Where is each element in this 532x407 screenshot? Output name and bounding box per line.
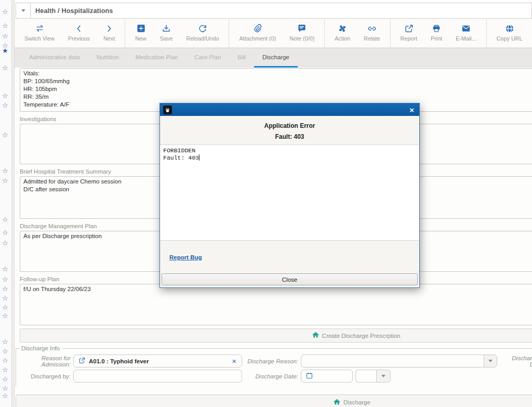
favorite-star-icon[interactable]: ☆ [2, 102, 8, 109]
save-button[interactable]: Save [153, 19, 180, 47]
discharge-dx-label: Discharge Dx: [501, 355, 532, 367]
dropdown-button[interactable] [376, 370, 391, 383]
close-button[interactable]: Close [162, 273, 418, 285]
error-detail-text[interactable]: FORBIDDEN Fault: 403 [160, 145, 419, 241]
globe-icon [504, 23, 515, 34]
reload-undo-button[interactable]: Reload/Undo [179, 19, 225, 47]
tab-discharge[interactable]: Discharge [254, 48, 298, 68]
title-row: Health / Hospitalizations [16, 3, 532, 19]
favorite-star-icon[interactable]: ☆ [2, 357, 8, 364]
new-button[interactable]: New [128, 19, 153, 47]
email-button[interactable]: E-Mail... [449, 19, 483, 47]
toolbar-group-output: Report Print E-Mail... [390, 19, 486, 47]
favorite-star-icon[interactable]: ☆ [2, 216, 8, 223]
toolbar: Switch View Previous Next New Save Reloa… [15, 19, 532, 48]
previous-button[interactable]: Previous [61, 19, 97, 47]
favorite-star-icon[interactable]: ☆ [2, 338, 8, 345]
favorite-star-icon[interactable]: ☆ [2, 266, 8, 272]
relate-button[interactable]: Relate [357, 19, 387, 47]
title-dropdown-button[interactable] [16, 3, 31, 18]
favorite-star-icon[interactable]: ☆ [2, 177, 8, 184]
dropdown-button[interactable] [484, 355, 497, 367]
paperclip-icon [252, 23, 263, 34]
print-button[interactable]: Print [424, 19, 449, 47]
chevron-right-icon [104, 23, 114, 34]
favorite-star-icon[interactable]: ★ [2, 47, 8, 54]
favorite-star-icon[interactable]: ☆ [2, 285, 8, 292]
favorite-star-icon[interactable]: ☆ [2, 167, 8, 174]
create-discharge-prescription-button[interactable]: Create Discharge Prescrption [20, 329, 532, 343]
error-heading: Application Error [160, 121, 419, 132]
envelope-icon [461, 23, 471, 34]
house-icon [312, 331, 320, 340]
discharge-info-row-2: Discharged by: Discharge Date: [20, 370, 532, 383]
export-square-icon [404, 23, 414, 34]
discharge-date-label: Discharge Date: [247, 373, 298, 379]
discharge-time-dropdown[interactable] [355, 370, 391, 383]
favorite-star-icon[interactable]: ☆ [2, 22, 8, 29]
button-label: Action [335, 35, 350, 42]
follow-up-plan-textarea[interactable]: f/U on Thursday 22/06/23 [20, 284, 532, 325]
calendar-icon[interactable] [305, 372, 313, 380]
favorite-star-icon[interactable]: ☆ [2, 93, 8, 99]
favorite-star-icon[interactable]: ☆ [2, 366, 8, 373]
button-label: Print [431, 35, 442, 42]
open-record-icon[interactable] [78, 357, 86, 365]
favorite-star-icon[interactable]: ☆ [2, 385, 8, 392]
report-button[interactable]: Report [394, 19, 424, 47]
favorite-star-icon[interactable]: ☆ [2, 392, 8, 399]
discharge-button[interactable]: Discharge [16, 395, 532, 407]
favorite-star-icon[interactable]: ☆ [2, 33, 8, 40]
tab-care-plan[interactable]: Care Plan [186, 48, 229, 68]
reason-for-admission-input[interactable]: A01.0 : Typhoid fever × [73, 355, 242, 367]
favorite-star-icon[interactable]: ☆ [2, 64, 8, 71]
attachment-button[interactable]: Attachment (0) [232, 19, 283, 47]
favorite-star-icon[interactable]: ☆ [2, 240, 8, 246]
discharged-by-input[interactable] [73, 370, 242, 383]
button-label: Attachment (0) [239, 35, 276, 42]
discharge-reason-label: Discharge Reason: [247, 358, 298, 364]
discharge-reason-dropdown[interactable] [301, 355, 497, 367]
action-button[interactable]: Action [328, 19, 357, 47]
favorite-star-icon[interactable]: ☆ [2, 295, 8, 301]
favorite-star-icon[interactable]: ☆ [2, 304, 8, 311]
reason-for-admission-label: Reason for Admission: [20, 355, 71, 367]
button-label: Note (0/0) [289, 35, 314, 42]
discharge-time-value[interactable] [355, 370, 376, 383]
dialog-title-bar[interactable]: × [160, 103, 419, 116]
favorite-star-icon[interactable]: ☆ [2, 348, 8, 355]
report-bug-link[interactable]: Report Bug [169, 254, 202, 260]
discharge-button-label: Discharge [343, 399, 370, 405]
close-icon[interactable]: × [407, 106, 416, 114]
button-label: Relate [364, 35, 380, 42]
chevron-down-icon [381, 375, 385, 377]
button-label: Next [103, 35, 115, 42]
switch-view-button[interactable]: Switch View [18, 19, 61, 47]
discharge-reason-value[interactable] [301, 355, 484, 367]
toolbar-group-nav: Switch View Previous Next [15, 19, 125, 47]
switch-view-icon [34, 23, 45, 34]
favorite-star-icon[interactable]: ☆ [2, 312, 8, 319]
copy-url-button[interactable]: Copy URL [490, 19, 529, 47]
page-title: Health / Hospitalizations [31, 3, 113, 18]
link-icon [367, 23, 377, 34]
favorite-star-icon[interactable]: ☆ [2, 8, 8, 15]
favorite-star-icon[interactable]: ☆ [2, 132, 8, 138]
clear-icon[interactable]: × [231, 357, 237, 365]
next-button[interactable]: Next [97, 19, 122, 47]
favorite-star-icon[interactable]: ☆ [2, 376, 8, 383]
note-button[interactable]: Note (0/0) [283, 19, 321, 47]
tab-nutrition[interactable]: Nutrition [88, 48, 127, 68]
tab-administrative-data[interactable]: Administrative data [21, 48, 88, 68]
discharge-date-input[interactable] [301, 370, 353, 383]
favorite-star-icon[interactable]: ☆ [2, 276, 8, 283]
favorites-sidebar: ☆☆☆☆★☆☆☆☆☆☆☆☆☆☆☆☆☆☆☆☆☆☆☆☆☆☆ [0, 0, 11, 407]
error-detail-value: FORBIDDEN Fault: 403 [163, 147, 199, 161]
dialog-header: Application Error Fault: 403 [160, 116, 419, 145]
tab-medication-plan[interactable]: Medication Plan [127, 48, 187, 68]
dialog-footer: Report Bug [160, 241, 419, 273]
reload-circular-arrow-icon [197, 23, 208, 34]
tab-bill[interactable]: Bill [230, 48, 254, 68]
button-label: Report [401, 35, 417, 42]
favorite-star-icon[interactable]: ☆ [2, 229, 8, 236]
